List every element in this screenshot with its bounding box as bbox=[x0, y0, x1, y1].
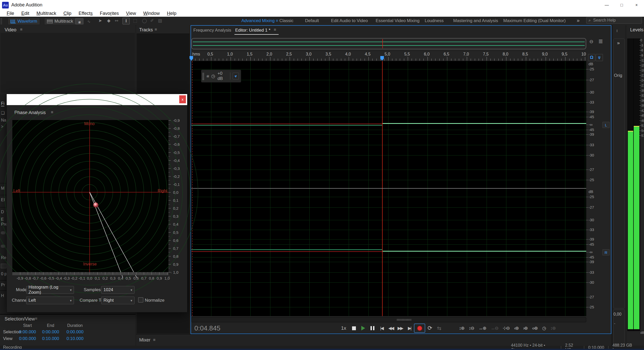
loop-playback-button[interactable]: ⟳ bbox=[425, 324, 434, 332]
spectral-view-toggle[interactable]: ∿ bbox=[85, 18, 93, 24]
zoom-vertical-disabled-button[interactable]: ↕⊕ bbox=[550, 325, 555, 331]
workspace-tab-default[interactable]: Default bbox=[305, 18, 319, 23]
overview-navigation-bar[interactable] bbox=[191, 38, 586, 49]
workspace-tab-edit-audio-to-video[interactable]: Edit Audio to Video bbox=[331, 18, 368, 23]
workspace-tab-loudness[interactable]: Loudness bbox=[425, 18, 444, 23]
sv-value[interactable]: 0:00.000 bbox=[17, 336, 38, 341]
skip-selection-button[interactable]: ⇆ bbox=[434, 324, 444, 332]
zoom-to-selection-button[interactable]: ‹›⊕ bbox=[532, 325, 537, 331]
selection-start-marker[interactable] bbox=[190, 56, 193, 59]
workspace-tab-classic[interactable]: Classic bbox=[279, 18, 293, 23]
search-help-box[interactable]: ⌕ bbox=[586, 17, 642, 24]
dock-toggle-0[interactable] bbox=[1, 231, 5, 234]
time-selection-tool-button[interactable]: ➤ bbox=[98, 18, 102, 23]
workspace-tab-maximum-editing-dual-monitor-[interactable]: Maximum Editing (Dual Monitor) bbox=[503, 18, 566, 23]
workspace-tab-advanced-mixing[interactable]: Advanced Mixing ≡ bbox=[241, 18, 278, 23]
monitor-input-button[interactable]: Ω bbox=[588, 54, 595, 61]
gain-hud[interactable]: ılıl ◷ +0 dB ➤ bbox=[201, 70, 241, 82]
zoom-out-vertical-button[interactable]: ↕⊖ bbox=[469, 325, 474, 331]
waveform-view-toggle[interactable]: ılıl bbox=[75, 18, 83, 24]
dock-snippet-Fi[interactable]: Fi bbox=[1, 101, 4, 106]
hud-knob-icon[interactable]: ◷ bbox=[211, 73, 215, 79]
search-input[interactable] bbox=[593, 18, 635, 23]
video-panel-menu-icon[interactable]: ≡ bbox=[20, 27, 22, 32]
waveform-mode-button[interactable]: Waveform bbox=[8, 18, 40, 25]
channel-dropdown[interactable]: Left▾ bbox=[26, 297, 74, 304]
play-button[interactable] bbox=[358, 324, 368, 332]
razor-tool-button[interactable]: ◆ bbox=[107, 18, 110, 23]
playhead-marker[interactable] bbox=[380, 56, 384, 59]
rewind-button[interactable]: ◀◀ bbox=[386, 324, 395, 332]
sv-value[interactable]: 0:00.000 bbox=[64, 329, 86, 335]
workspace-menu-icon[interactable]: ≡ bbox=[274, 19, 278, 23]
menu-multitrack[interactable]: Multitrack bbox=[33, 10, 60, 17]
tab-mixer[interactable]: Mixer bbox=[139, 337, 150, 343]
menu-help[interactable]: Help bbox=[163, 10, 180, 17]
skip-to-start-button[interactable]: |◀ bbox=[377, 324, 386, 332]
tracks-panel-menu-icon[interactable]: ≡ bbox=[155, 27, 157, 32]
zoom-in-at-out-point-button[interactable]: ›⊕ bbox=[523, 325, 527, 331]
dock-snippet-E[interactable]: E bbox=[1, 217, 4, 222]
slip-tool-button[interactable]: ⇿ bbox=[115, 18, 118, 23]
hud-pin-button[interactable]: ➤ bbox=[233, 73, 239, 79]
normalize-checkbox[interactable] bbox=[138, 297, 143, 302]
ibeam-tool-button[interactable]: I bbox=[122, 18, 130, 24]
zoom-to-full-button[interactable]: ◷ bbox=[542, 325, 546, 331]
waveform-display[interactable] bbox=[191, 61, 586, 316]
dock-snippet-Na[interactable]: Na bbox=[1, 118, 6, 123]
zoom-navigator-icon[interactable]: ⊖ bbox=[588, 38, 595, 45]
mixer-menu-icon[interactable]: ≡ bbox=[153, 338, 155, 342]
channel-divider[interactable] bbox=[191, 188, 586, 189]
dock-snippet-M[interactable]: M bbox=[1, 186, 4, 191]
pause-button[interactable] bbox=[368, 324, 377, 332]
playhead-line[interactable] bbox=[382, 61, 383, 316]
compare-to-dropdown[interactable]: Right▾ bbox=[101, 297, 135, 304]
level-meters[interactable] bbox=[627, 39, 640, 331]
close-button[interactable]: × bbox=[629, 0, 644, 10]
scrollbar-grip[interactable] bbox=[397, 319, 411, 321]
workspace-tab-mastering-and-analysis[interactable]: Mastering and Analysis bbox=[453, 18, 498, 23]
dock-snippet-Pr[interactable]: Pr bbox=[1, 283, 5, 287]
workspace-tab-essential-video-mixing[interactable]: Essential Video Mixing bbox=[376, 18, 420, 23]
sv-value[interactable]: 0:00.000 bbox=[40, 329, 61, 335]
menu-window[interactable]: Window bbox=[140, 10, 163, 17]
selection-view-menu-icon[interactable]: ≡ bbox=[35, 316, 37, 321]
sv-value[interactable]: 0:10.000 bbox=[40, 336, 61, 341]
paintbrush-selection-tool-button[interactable]: ✐ bbox=[150, 18, 154, 23]
dock-snippet-Ef[interactable]: Ef bbox=[1, 198, 5, 202]
horizontal-scrollbar[interactable] bbox=[191, 317, 586, 322]
menu-clip[interactable]: Clip bbox=[60, 10, 75, 17]
multitrack-mode-button[interactable]: Multitrack bbox=[44, 18, 76, 25]
playhead-time-display[interactable]: 0:04.845 bbox=[194, 324, 220, 332]
zoom-in-at-in-point-button[interactable]: ‹⊕ bbox=[514, 325, 518, 331]
editor-list-view-icon[interactable]: ≣ bbox=[598, 38, 603, 45]
marquee-selection-tool-button[interactable]: ⬚ bbox=[133, 18, 137, 23]
menu-file[interactable]: File bbox=[3, 10, 18, 17]
phase-plot[interactable]: Mono Left Right Inverse bbox=[12, 120, 168, 272]
dock-snippet-[interactable]: ❏ bbox=[1, 110, 5, 115]
channel-badge-r[interactable]: R bbox=[602, 249, 610, 255]
phase-window-close-button[interactable]: x bbox=[179, 95, 186, 103]
sv-value[interactable]: 0:10.000 bbox=[64, 336, 86, 341]
spot-healing-brush-tool-button[interactable]: ▨ bbox=[158, 18, 162, 23]
lasso-selection-tool-button[interactable]: ◯ bbox=[142, 18, 147, 23]
editor-tab-menu-icon[interactable]: ≡ bbox=[274, 27, 276, 32]
record-button[interactable] bbox=[414, 324, 425, 333]
dock-snippet-D[interactable]: D bbox=[1, 210, 4, 214]
minimize-button[interactable]: — bbox=[599, 0, 614, 10]
hud-grip-icon[interactable] bbox=[202, 72, 204, 80]
menu-effects[interactable]: Effects bbox=[75, 10, 96, 17]
dock-snippet-0p[interactable]: 0 p bbox=[1, 272, 7, 276]
channel-badge-l[interactable]: L bbox=[602, 122, 610, 128]
dock-snippet-H[interactable]: H bbox=[1, 293, 4, 298]
samples-dropdown[interactable]: 1024▾ bbox=[101, 286, 135, 294]
playback-speed[interactable]: 1x bbox=[341, 325, 346, 331]
sv-value[interactable]: 0:00.000 bbox=[17, 329, 38, 335]
metronome-button[interactable]: ⋔ bbox=[596, 54, 603, 61]
menu-view[interactable]: View bbox=[122, 10, 140, 17]
workspace-overflow-button[interactable]: » bbox=[577, 17, 580, 23]
zoom-in-horizontal-button[interactable]: ↔⊕ bbox=[479, 325, 486, 331]
zoom-in-vertical-button[interactable]: ↕⊕ bbox=[459, 325, 464, 331]
stop-button[interactable] bbox=[349, 324, 358, 332]
dock-snippet-Re[interactable]: Re bbox=[1, 255, 6, 260]
